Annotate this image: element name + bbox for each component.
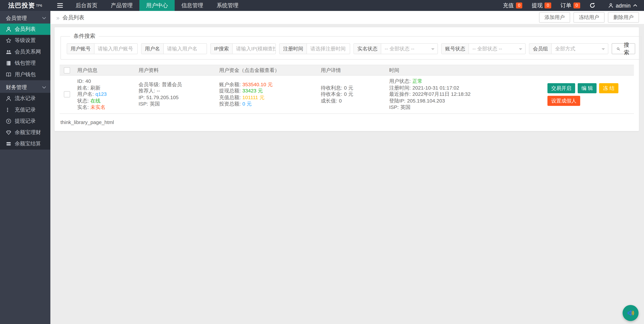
search-icon — [617, 46, 620, 52]
profile-line: 推荐人:-- — [138, 88, 212, 94]
table-row: ID:40姓名:刷新用户名:q123状态:在线实名:未实名 会员等级:普通会员推… — [60, 76, 634, 114]
search-button[interactable]: 搜 索 — [612, 43, 635, 54]
top-nav-item[interactable]: 系统管理 — [210, 0, 245, 11]
row-action-button[interactable]: 设置成假人 — [548, 96, 580, 106]
sidebar-item-label: 余额宝结算 — [15, 140, 41, 148]
field-placeholder: 请输入用户账号 — [98, 45, 133, 53]
chevron-up-icon — [633, 4, 637, 7]
sidebar-group-member-management[interactable]: 会员管理 — [0, 13, 50, 24]
search-field: IP搜索 请输入IP(模糊查找) — [210, 43, 276, 54]
chevron-down-icon — [431, 48, 434, 52]
search-field: 注册时间 请选择注册时间 — [279, 43, 350, 54]
search-field-input[interactable]: 全部方式 — [552, 44, 608, 54]
users-icon — [6, 49, 12, 55]
sidebar-item-recharge-records[interactable]: 充值记录 — [0, 104, 50, 116]
svg-text:¥: ¥ — [8, 120, 10, 123]
search-field-label: 会员组 — [530, 44, 552, 54]
sidebar-group-label: 会员管理 — [6, 15, 27, 22]
search-button-label: 搜 索 — [623, 41, 630, 56]
column-header: 用户信息 — [74, 67, 135, 74]
row-action-button[interactable]: 交易开启 — [548, 83, 575, 93]
sidebar-item-level-settings[interactable]: 等级设置 — [0, 35, 50, 46]
sound-toggle-button[interactable] — [623, 305, 639, 321]
sidebar-item-label: 提现记录 — [15, 118, 36, 125]
time-line: 注册时间:2021-10-31 01:17:02 — [389, 85, 544, 91]
page-action-button[interactable]: 冻结用户 — [574, 12, 604, 23]
field-placeholder: 请选择注册时间 — [310, 45, 346, 53]
hamburger-icon[interactable] — [54, 0, 66, 11]
page-action-button[interactable]: 添加用户 — [539, 12, 570, 23]
top-nav-item[interactable]: 产品管理 — [104, 0, 140, 11]
template-note: think_library_page_html — [60, 114, 634, 129]
sidebar-item-yuebao-finance[interactable]: 余额宝理财 — [0, 127, 50, 138]
search-field-input[interactable]: 请输入用户账号 — [94, 44, 137, 54]
column-header: 用户资料 — [135, 67, 216, 74]
person-icon — [608, 3, 613, 8]
member-list-card: 条件搜索 用户账号 请输入用户账号 — [54, 27, 639, 131]
yen-circle-icon: ¥ — [6, 119, 12, 124]
chevron-down-icon — [42, 17, 46, 19]
sidebar-item-withdrawal-records[interactable]: ¥ 提现记录 — [0, 116, 50, 127]
sidebar-item-transaction-records[interactable]: 流水记录 — [0, 93, 50, 104]
refresh-icon[interactable] — [584, 3, 600, 9]
search-field-input[interactable]: 请选择注册时间 — [307, 44, 350, 54]
search-field: 会员组 全部方式 — [529, 43, 608, 54]
search-field-label: IP搜索 — [211, 44, 233, 54]
search-field-input[interactable]: 请输入用户名 — [164, 44, 206, 54]
cell-time: 用户状态:正常注册时间:2021-10-31 01:17:02最近操作:2022… — [386, 78, 548, 111]
page-action-button[interactable]: 删除用户 — [608, 12, 639, 23]
select-all-checkbox[interactable] — [64, 67, 70, 74]
topbar-right: 充值 0 提现 0 订单 0 — [498, 0, 644, 11]
topbar-stat[interactable]: 提现 0 — [527, 0, 556, 11]
sidebar-item-wallet-management[interactable]: 钱包管理 — [0, 58, 50, 69]
field-value: -- 全部状态 -- — [385, 45, 414, 53]
search-field-input[interactable]: -- 全部状态 -- — [469, 44, 525, 54]
field-placeholder: 请输入IP(模糊查找) — [236, 45, 276, 53]
topbar-stat[interactable]: 充值 0 — [498, 0, 527, 11]
topbar-stat[interactable]: 订单 0 — [556, 0, 584, 11]
top-nav-item[interactable]: 信息管理 — [175, 0, 210, 11]
page-actions: 添加用户冻结用户删除用户 — [539, 12, 639, 23]
row-action-button[interactable]: 编 辑 — [578, 83, 597, 93]
funds-line: 充值总额:101111 元 — [219, 94, 314, 101]
stack-icon — [6, 141, 12, 147]
search-field: 实名状态 -- 全部状态 -- — [354, 43, 438, 54]
time-line: 用户状态:正常 — [389, 78, 544, 85]
sidebar-submenu: 会员列表 等级设置 会员关系网 钱包管理 用户钱包 — [0, 24, 50, 80]
row-action-button[interactable]: 冻 结 — [599, 83, 618, 93]
row-checkbox[interactable] — [64, 91, 70, 98]
column-header: 用户详情 — [318, 67, 386, 74]
sidebar-group-finance-management[interactable]: 财务管理 — [0, 82, 50, 93]
sidebar-item-member-list[interactable]: 会员列表 — [0, 24, 50, 35]
search-field-input[interactable]: 请输入IP(模糊查找) — [233, 44, 276, 54]
sidebar-item-yuebao-settlement[interactable]: 余额宝结算 — [0, 138, 50, 150]
details-line: 待收利息:0 元 — [321, 85, 382, 91]
info-line: 姓名:刷新 — [77, 85, 132, 91]
user-menu[interactable]: admin — [600, 2, 644, 9]
search-fieldset: 条件搜索 用户账号 请输入用户账号 — [60, 33, 642, 60]
sidebar-item-user-wallet[interactable]: 用户钱包 — [0, 69, 50, 80]
stat-badge: 0 — [545, 3, 551, 9]
breadcrumb-bar: » 会员列表 添加用户冻结用户删除用户 — [50, 11, 644, 24]
chevron-down-icon — [602, 48, 605, 52]
sidebar: 会员管理 会员列表 等级设置 会员关系网 钱包管理 用户钱包 — [0, 11, 50, 324]
info-line: 实名:未实名 — [77, 104, 132, 111]
search-field-input[interactable]: -- 全部状态 -- — [381, 44, 438, 54]
page-title: 会员列表 — [62, 14, 84, 21]
top-nav-item[interactable]: 用户中心 — [140, 0, 175, 11]
info-line: 状态:在线 — [77, 98, 132, 104]
info-line: 用户名:q123 — [77, 91, 132, 98]
speaker-icon — [626, 309, 635, 317]
sidebar-item-member-network[interactable]: 会员关系网 — [0, 46, 50, 58]
top-nav-item[interactable]: 后台首页 — [69, 0, 104, 11]
dots-vertical-icon — [6, 107, 12, 113]
breadcrumb: » 会员列表 — [56, 14, 84, 21]
top-bar: 法巴投资TP6 后台首页产品管理用户中心信息管理系统管理 充值 0 提现 0 — [0, 0, 644, 11]
sidebar-item-label: 等级设置 — [15, 37, 36, 44]
brand-name: 法巴投资 — [8, 2, 35, 10]
details-line: 待收本金:0 元 — [321, 91, 382, 98]
column-header: 时间 — [386, 67, 634, 74]
profile-line: 会员等级:普通会员 — [138, 81, 212, 88]
search-field-label: 注册时间 — [280, 44, 307, 54]
sidebar-submenu: 流水记录 充值记录 ¥ 提现记录 余额宝理财 余额宝结算 — [0, 93, 50, 150]
